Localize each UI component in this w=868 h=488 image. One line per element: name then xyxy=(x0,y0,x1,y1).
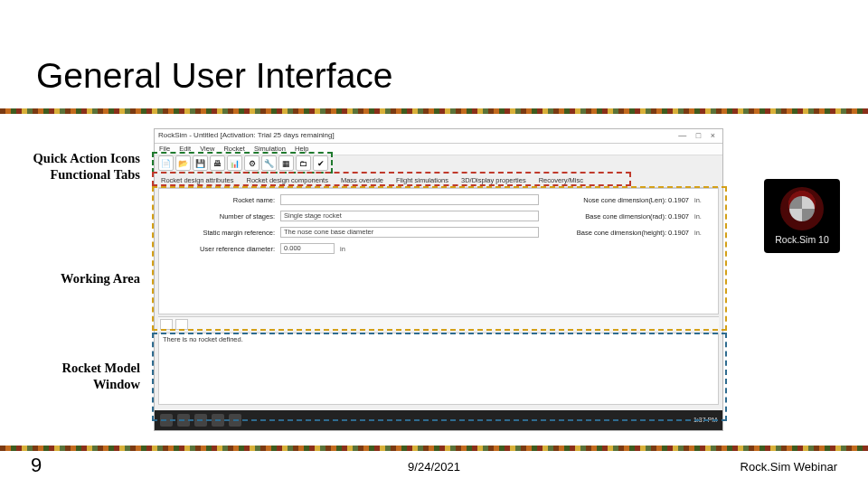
product-badge-caption: Rock.Sim 10 xyxy=(775,234,829,245)
model-tool-2[interactable] xyxy=(175,319,188,330)
menu-help[interactable]: Help xyxy=(295,145,308,153)
model-tool-1[interactable] xyxy=(160,319,173,330)
model-toolbar xyxy=(158,316,719,331)
new-doc-icon[interactable]: 📄 xyxy=(158,155,174,171)
footer-date: 9/24/2021 xyxy=(408,460,460,474)
label-functional-tabs: Functional Tabs xyxy=(5,166,140,183)
start-icon[interactable] xyxy=(160,414,173,427)
label-rocket-model-window: Rocket ModelWindow xyxy=(5,360,140,392)
tab-recovery-misc[interactable]: Recovery/Misc xyxy=(536,175,586,187)
functional-tabs: Rocket design attributes Rocket design c… xyxy=(158,175,719,188)
app-screenshot: RockSim - Untitled [Activation: Trial 25… xyxy=(154,128,723,431)
field-label-rocket-name: Rocket name: xyxy=(166,196,275,204)
folder-icon[interactable]: 🗀 xyxy=(296,155,311,171)
menu-simulation[interactable]: Simulation xyxy=(254,145,286,153)
open-icon[interactable]: 📂 xyxy=(175,155,191,171)
check-icon[interactable]: ✔ xyxy=(313,155,328,171)
model-empty-message: There is no rocket defined. xyxy=(163,335,243,343)
window-title-text: RockSim - Untitled [Activation: Trial 25… xyxy=(158,131,335,139)
tab-flight-simulations[interactable]: Flight simulations xyxy=(393,175,451,187)
taskbar-app-3[interactable] xyxy=(212,414,224,427)
os-taskbar: 1:37 PM xyxy=(155,410,722,430)
divider-top xyxy=(0,108,868,114)
menu-rocket[interactable]: Rocket xyxy=(223,145,244,153)
field-label-dim-rad: Base cone dimension(rad): 0.1907 xyxy=(544,212,689,221)
field-label-margin: Static margin reference: xyxy=(166,229,275,237)
unit-dim-rad: in. xyxy=(694,212,711,221)
taskbar-clock: 1:37 PM xyxy=(693,417,717,423)
slide-title: General User Interface xyxy=(36,56,393,96)
menu-file[interactable]: File xyxy=(159,145,170,153)
window-controls[interactable]: — □ × xyxy=(678,131,719,140)
field-label-stages: Number of stages: xyxy=(166,212,275,221)
page-number: 9 xyxy=(31,454,42,477)
unit-dim-h: in. xyxy=(694,229,711,237)
taskbar-app-1[interactable] xyxy=(177,414,190,427)
tab-design-components[interactable]: Rocket design components xyxy=(243,175,330,187)
margin-select[interactable]: The nose cone base diameter xyxy=(280,227,539,238)
field-label-dim-len: Nose cone dimension(Len): 0.1907 xyxy=(544,196,689,204)
unit-dim-len: in. xyxy=(694,196,711,204)
field-label-dim-h: Base cone dimension(height): 0.1907 xyxy=(544,229,689,237)
product-badge: Rock.Sim 10 xyxy=(764,179,840,253)
chart-icon[interactable]: 📊 xyxy=(227,155,242,171)
menu-edit[interactable]: Edit xyxy=(179,145,191,153)
gear-icon[interactable]: ⚙ xyxy=(244,155,259,171)
rocket-name-input[interactable] xyxy=(280,194,539,205)
field-label-userref: User reference diameter: xyxy=(166,245,275,253)
userref-input[interactable]: 0.000 xyxy=(280,243,335,254)
print-icon[interactable]: 🖶 xyxy=(210,155,225,171)
rocket-model-window: There is no rocket defined. xyxy=(158,333,719,405)
rocksim-logo-icon xyxy=(780,187,824,230)
menu-view[interactable]: View xyxy=(200,145,214,153)
divider-bottom xyxy=(0,446,868,451)
stages-select[interactable]: Single stage rocket xyxy=(280,211,539,221)
unit-userref: in xyxy=(340,245,356,253)
table-icon[interactable]: ▦ xyxy=(278,155,294,171)
tab-3d-display[interactable]: 3D/Display properties xyxy=(458,175,529,187)
toolbar: 📄 📂 💾 🖶 📊 ⚙ 🔧 ▦ 🗀 ✔ xyxy=(158,155,328,174)
label-working-area: Working Area xyxy=(5,270,140,286)
working-area-panel: Rocket name: Nose cone dimension(Len): 0… xyxy=(158,188,719,314)
menubar[interactable]: File Edit View Rocket Simulation Help xyxy=(155,144,722,155)
tab-design-attributes[interactable]: Rocket design attributes xyxy=(158,175,236,187)
save-icon[interactable]: 💾 xyxy=(193,155,208,171)
footer-credit: Rock.Sim Webinar xyxy=(741,460,837,474)
taskbar-app-2[interactable] xyxy=(194,414,207,427)
window-titlebar: RockSim - Untitled [Activation: Trial 25… xyxy=(155,129,722,144)
wrench-icon[interactable]: 🔧 xyxy=(261,155,277,171)
label-quick-action-icons: Quick Action Icons xyxy=(5,150,140,166)
taskbar-app-4[interactable] xyxy=(229,414,241,427)
tab-mass-override[interactable]: Mass override xyxy=(338,175,386,187)
